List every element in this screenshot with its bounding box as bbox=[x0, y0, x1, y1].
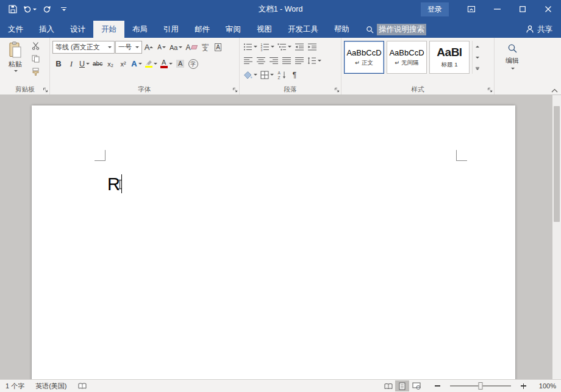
document-page[interactable]: R bbox=[32, 105, 515, 379]
maximize-button[interactable] bbox=[510, 0, 535, 18]
font-name-combo[interactable]: 等线 (西文正文 bbox=[52, 41, 115, 54]
svg-text:A: A bbox=[277, 71, 280, 75]
zoom-out-button[interactable] bbox=[431, 380, 445, 391]
tab-layout[interactable]: 布局 bbox=[124, 21, 155, 38]
tab-review[interactable]: 审阅 bbox=[218, 21, 249, 38]
style-heading-1[interactable]: AaBl 标题 1 bbox=[429, 41, 470, 74]
ribbon-display-options-button[interactable] bbox=[459, 0, 484, 18]
save-icon bbox=[9, 5, 17, 13]
enclose-characters-button[interactable]: 字 bbox=[187, 57, 199, 70]
superscript-button[interactable]: x² bbox=[117, 57, 129, 70]
clipboard-group: 粘贴 bbox=[1, 38, 50, 94]
styles-scroll-up-button[interactable] bbox=[473, 41, 482, 52]
cut-button[interactable] bbox=[29, 40, 41, 52]
word-count-status[interactable]: 1 个字 bbox=[5, 382, 24, 391]
paragraph-group: 1 2 3 bbox=[240, 38, 341, 94]
tab-file[interactable]: 文件 bbox=[0, 21, 31, 38]
redo-button[interactable] bbox=[39, 2, 54, 16]
language-status[interactable]: 英语(美国) bbox=[35, 382, 66, 391]
format-painter-button[interactable] bbox=[29, 65, 41, 77]
tab-design[interactable]: 设计 bbox=[62, 21, 93, 38]
clear-formatting-button[interactable]: A bbox=[184, 41, 198, 54]
share-button[interactable]: 共享 bbox=[526, 21, 561, 38]
proofing-status-icon[interactable] bbox=[78, 382, 87, 390]
tab-view[interactable]: 视图 bbox=[249, 21, 280, 38]
align-left-button[interactable] bbox=[242, 54, 254, 67]
tab-insert[interactable]: 插入 bbox=[31, 21, 62, 38]
style-no-spacing[interactable]: AaBbCcD ↵ 无间隔 bbox=[387, 41, 427, 74]
vertical-scrollbar[interactable] bbox=[552, 95, 561, 379]
close-button[interactable] bbox=[535, 0, 561, 18]
read-mode-button[interactable] bbox=[381, 380, 395, 391]
maximize-icon bbox=[520, 6, 526, 12]
paragraph-dialog-launcher[interactable] bbox=[334, 87, 340, 93]
sign-in-button[interactable]: 登录 bbox=[421, 2, 449, 16]
redo-icon bbox=[43, 5, 51, 13]
grow-font-button[interactable]: A bbox=[143, 41, 155, 54]
customize-qat-button[interactable] bbox=[56, 2, 71, 16]
styles-dialog-launcher[interactable] bbox=[487, 87, 493, 93]
bullets-button[interactable] bbox=[242, 40, 259, 53]
text-effects-button[interactable]: A bbox=[130, 57, 143, 70]
titlebar-right-controls: 登录 bbox=[421, 0, 561, 18]
web-layout-button[interactable] bbox=[409, 380, 423, 391]
shading-button[interactable] bbox=[242, 68, 259, 81]
subscript-button[interactable]: x₂ bbox=[104, 57, 116, 70]
paste-dropdown-icon bbox=[14, 70, 18, 72]
highlight-color-button[interactable] bbox=[144, 57, 159, 70]
distribute-button[interactable] bbox=[293, 54, 306, 67]
numbering-button[interactable]: 1 2 3 bbox=[259, 40, 276, 53]
copy-icon bbox=[32, 55, 40, 63]
align-right-button[interactable] bbox=[268, 54, 280, 67]
decrease-indent-button[interactable] bbox=[293, 40, 306, 53]
copy-button[interactable] bbox=[29, 52, 41, 65]
character-shading-button[interactable]: A bbox=[174, 57, 187, 70]
tab-developer[interactable]: 开发工具 bbox=[280, 21, 326, 38]
editing-group[interactable]: 编辑 bbox=[495, 38, 530, 94]
print-layout-button[interactable] bbox=[395, 380, 409, 391]
font-dialog-launcher[interactable] bbox=[232, 87, 238, 93]
tab-help[interactable]: 帮助 bbox=[326, 21, 357, 38]
tab-home[interactable]: 开始 bbox=[93, 21, 124, 38]
sort-button[interactable]: A Z bbox=[276, 68, 288, 81]
bold-button[interactable]: B bbox=[52, 57, 65, 70]
underline-button[interactable]: U bbox=[78, 57, 91, 70]
tab-references[interactable]: 引用 bbox=[155, 21, 187, 38]
paste-button[interactable]: 粘贴 bbox=[3, 40, 27, 80]
align-center-button[interactable] bbox=[255, 54, 267, 67]
ribbon: 粘贴 bbox=[0, 38, 561, 95]
document-area[interactable]: R bbox=[0, 95, 561, 379]
character-border-button[interactable]: A bbox=[212, 41, 224, 54]
styles-more-button[interactable] bbox=[473, 63, 482, 74]
line-spacing-button[interactable] bbox=[306, 54, 323, 67]
change-case-button[interactable]: Aa bbox=[168, 41, 184, 54]
tab-mailings[interactable]: 邮件 bbox=[187, 21, 218, 38]
italic-button[interactable]: I bbox=[65, 57, 77, 70]
save-button[interactable] bbox=[5, 2, 20, 16]
styles-scroll-down-button[interactable] bbox=[473, 52, 482, 63]
collapse-ribbon-button[interactable] bbox=[551, 88, 558, 93]
strikethrough-button[interactable]: abc bbox=[91, 57, 104, 70]
zoom-slider-thumb[interactable] bbox=[479, 382, 483, 390]
phonetic-guide-button[interactable]: wén 文 bbox=[199, 41, 211, 54]
tell-me-label: 操作说明搜索 bbox=[377, 24, 426, 35]
clipboard-dialog-launcher[interactable] bbox=[43, 87, 48, 93]
scrollbar-thumb[interactable] bbox=[554, 106, 560, 222]
increase-indent-button[interactable] bbox=[306, 40, 318, 53]
show-formatting-marks-button[interactable]: ¶ bbox=[288, 68, 301, 81]
zoom-level[interactable]: 100% bbox=[537, 382, 556, 390]
zoom-slider[interactable] bbox=[450, 385, 511, 387]
minimize-button[interactable] bbox=[484, 0, 510, 18]
highlight-icon bbox=[145, 60, 152, 68]
style-normal[interactable]: AaBbCcD ↵ 正文 bbox=[344, 41, 384, 74]
font-size-combo[interactable]: 一号 bbox=[115, 41, 142, 54]
justify-button[interactable] bbox=[280, 54, 293, 67]
borders-button[interactable] bbox=[259, 68, 275, 81]
tell-me-search[interactable]: 操作说明搜索 bbox=[366, 21, 426, 38]
font-color-button[interactable]: A bbox=[159, 57, 174, 70]
undo-button[interactable] bbox=[22, 2, 37, 16]
undo-icon bbox=[23, 5, 33, 13]
zoom-in-button[interactable] bbox=[516, 380, 531, 391]
multilevel-list-button[interactable] bbox=[276, 40, 293, 53]
shrink-font-button[interactable]: A bbox=[155, 41, 168, 54]
